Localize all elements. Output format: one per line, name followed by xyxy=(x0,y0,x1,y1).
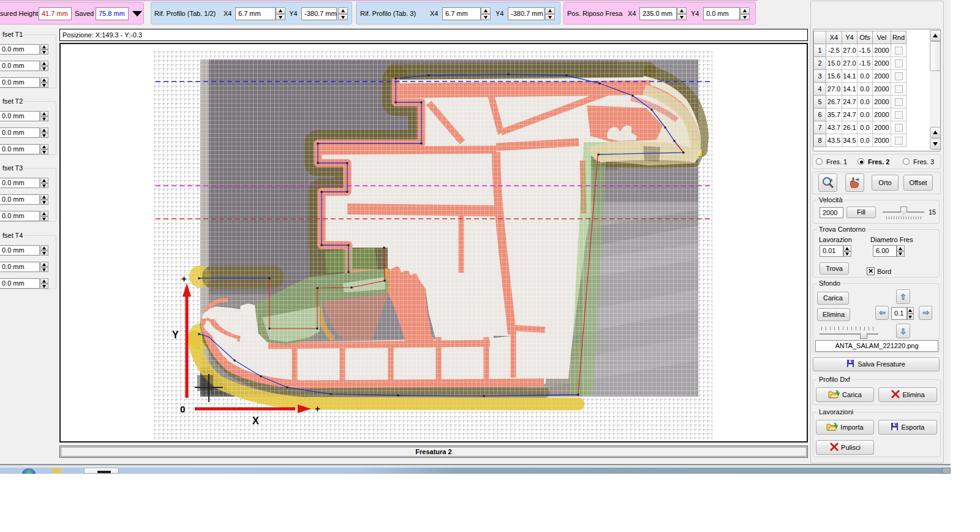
svg-text:±: ± xyxy=(830,177,833,183)
svg-text:Y: Y xyxy=(172,330,179,340)
svg-text:0: 0 xyxy=(180,404,185,414)
svg-text:+: + xyxy=(315,403,320,414)
svg-text:X: X xyxy=(252,416,259,426)
svg-text:+: + xyxy=(181,273,187,284)
